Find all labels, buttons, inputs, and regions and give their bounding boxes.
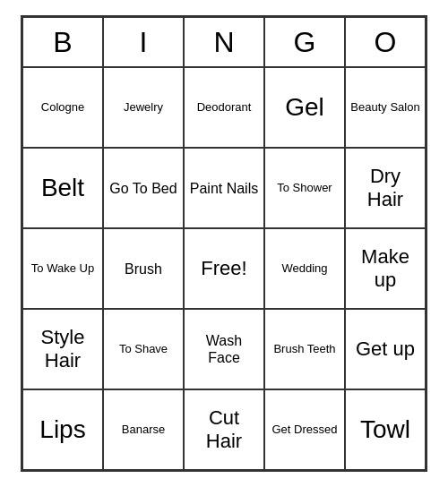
cell-text: Get up <box>356 337 415 361</box>
cell-text: Free! <box>201 257 246 280</box>
cell-text: Cologne <box>41 100 84 115</box>
cell-text: Style Hair <box>27 326 99 373</box>
bingo-cell: Lips <box>22 389 103 470</box>
cell-text: To Shave <box>119 342 168 356</box>
bingo-cell: Towl <box>345 389 426 470</box>
bingo-card: BINGO CologneJewelryDeodorantGelBeauty S… <box>21 15 427 472</box>
header-letter: N <box>184 17 264 67</box>
bingo-cell: Gel <box>264 67 345 148</box>
bingo-cell: Get Dressed <box>264 389 345 470</box>
header-letter: G <box>264 17 345 67</box>
cell-text: Banarse <box>122 423 165 437</box>
bingo-cell: Jewelry <box>103 67 184 148</box>
cell-text: Paint Nails <box>190 180 258 197</box>
header-letter: B <box>22 17 103 67</box>
cell-text: Wedding <box>281 261 327 276</box>
bingo-grid: CologneJewelryDeodorantGelBeauty SalonBe… <box>22 67 426 470</box>
bingo-cell: To Wake Up <box>22 228 103 309</box>
bingo-cell: Belt <box>22 148 103 228</box>
bingo-cell: Dry Hair <box>345 148 426 228</box>
bingo-cell: Get up <box>345 309 426 389</box>
bingo-cell: To Shower <box>264 148 345 228</box>
cell-text: Brush <box>125 261 162 278</box>
bingo-cell: Brush <box>103 228 184 309</box>
bingo-cell: Deodorant <box>184 67 264 148</box>
cell-text: To Shower <box>277 181 332 195</box>
bingo-cell: Wedding <box>264 228 345 309</box>
cell-text: Belt <box>41 173 84 203</box>
cell-text: Cut Hair <box>188 406 260 454</box>
cell-text: Brush Teeth <box>273 342 335 356</box>
bingo-cell: Cologne <box>22 67 103 148</box>
bingo-cell: Banarse <box>103 389 184 470</box>
bingo-cell: Style Hair <box>22 309 103 389</box>
cell-text: Lips <box>39 414 85 445</box>
cell-text: To Wake Up <box>31 261 94 276</box>
cell-text: Get Dressed <box>272 423 338 437</box>
cell-text: Beauty Salon <box>350 100 419 115</box>
cell-text: Make up <box>349 245 421 293</box>
bingo-cell: Brush Teeth <box>264 309 345 389</box>
cell-text: Deodorant <box>197 100 252 115</box>
bingo-cell: Cut Hair <box>184 389 264 470</box>
cell-text: Wash Face <box>188 332 260 366</box>
cell-text: Go To Bed <box>109 180 177 197</box>
cell-text: Gel <box>285 92 324 123</box>
header-letter: O <box>345 17 426 67</box>
bingo-cell: Go To Bed <box>103 148 184 228</box>
header-letter: I <box>103 17 184 67</box>
cell-text: Dry Hair <box>349 165 421 212</box>
bingo-cell: Free! <box>184 228 264 309</box>
bingo-cell: To Shave <box>103 309 184 389</box>
bingo-cell: Wash Face <box>184 309 264 389</box>
bingo-cell: Beauty Salon <box>345 67 426 148</box>
bingo-header: BINGO <box>22 17 426 67</box>
cell-text: Jewelry <box>124 100 163 115</box>
bingo-cell: Make up <box>345 228 426 309</box>
bingo-cell: Paint Nails <box>184 148 264 228</box>
cell-text: Towl <box>360 414 410 445</box>
